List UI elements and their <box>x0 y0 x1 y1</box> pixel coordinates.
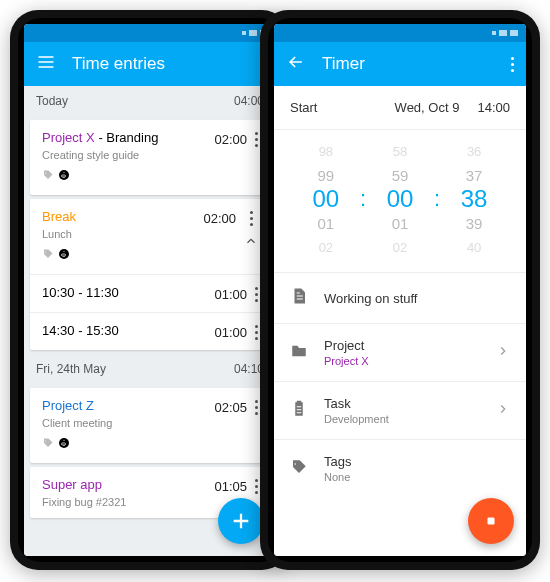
clipboard-icon <box>290 400 308 422</box>
entry-subtitle: Creating style guide <box>42 149 206 161</box>
day-header-today: Today 04:00 <box>24 86 276 116</box>
app-bar: Time entries <box>24 42 276 86</box>
overflow-menu-icon[interactable] <box>511 57 514 72</box>
entries-list: Today 04:00 Project X - Branding Creatin… <box>24 86 276 556</box>
project-label: Project X <box>42 130 95 145</box>
status-bar <box>24 24 276 42</box>
time-entry-segment[interactable]: 14:30 - 15:30 01:00 <box>30 312 270 350</box>
billable-icon <box>58 435 70 453</box>
project-label: Project Z <box>42 398 94 413</box>
svg-rect-3 <box>297 400 302 403</box>
stop-timer-fab[interactable] <box>468 498 514 544</box>
add-entry-fab[interactable] <box>218 498 264 544</box>
phone-timer: Timer Start Wed, Oct 9 14:00 98 99 00 01 <box>260 10 540 570</box>
entry-duration: 01:05 <box>214 477 247 494</box>
svg-rect-4 <box>488 518 495 525</box>
phone-time-entries: Time entries Today 04:00 Project X - Bra… <box>10 10 290 570</box>
project-label: Break <box>42 209 76 224</box>
tag-icon <box>290 458 308 480</box>
entry-menu-button[interactable] <box>255 477 258 494</box>
start-time: 14:00 <box>477 100 510 115</box>
entry-card-grouped: Break Lunch 02:00 <box>30 199 270 350</box>
entry-description: Branding <box>106 130 158 145</box>
duration-picker[interactable]: 98 99 00 01 02 : 58 59 00 01 02 : 36 3 <box>274 130 526 272</box>
app-bar: Timer <box>274 42 526 86</box>
entry-subtitle: Client meeting <box>42 417 206 429</box>
chevron-right-icon <box>496 344 510 362</box>
entry-duration: 02:05 <box>214 398 247 415</box>
screen-title: Time entries <box>72 54 264 74</box>
billable-icon <box>58 167 70 185</box>
task-field[interactable]: Task Development <box>274 381 526 439</box>
entry-subtitle: Fixing bug #2321 <box>42 496 206 508</box>
entry-subtitle: Lunch <box>42 228 195 240</box>
entry-card: Project X - Branding Creating style guid… <box>30 120 270 195</box>
entry-menu-button[interactable] <box>255 323 258 340</box>
project-field[interactable]: Project Project X <box>274 323 526 381</box>
start-time-row[interactable]: Start Wed, Oct 9 14:00 <box>274 86 526 130</box>
tags-field[interactable]: Tags None <box>274 439 526 497</box>
status-bar <box>274 24 526 42</box>
entry-card: Project Z Client meeting 02:05 <box>30 388 270 463</box>
collapse-icon[interactable] <box>244 234 258 252</box>
timer-form: Start Wed, Oct 9 14:00 98 99 00 01 02 : <box>274 86 526 556</box>
time-entry-segment[interactable]: 10:30 - 11:30 01:00 <box>30 274 270 312</box>
screen-title: Timer <box>322 54 495 74</box>
tag-icon <box>42 167 54 185</box>
time-entry[interactable]: Project X - Branding Creating style guid… <box>30 120 270 195</box>
back-icon[interactable] <box>286 52 306 76</box>
day-header-fri: Fri, 24th May 04:10 <box>24 354 276 384</box>
description-icon <box>290 287 308 309</box>
entry-duration: 02:00 <box>214 130 247 147</box>
folder-icon <box>290 342 308 364</box>
start-label: Start <box>290 100 317 115</box>
tag-icon <box>42 435 54 453</box>
entry-menu-button[interactable] <box>255 398 258 415</box>
chevron-right-icon <box>496 402 510 420</box>
entry-menu-button[interactable] <box>255 285 258 302</box>
seconds-wheel[interactable]: 36 37 38 39 40 <box>446 140 502 258</box>
menu-icon[interactable] <box>36 52 56 76</box>
time-entry[interactable]: Project Z Client meeting 02:05 <box>30 388 270 463</box>
description-field[interactable]: Working on stuff <box>274 272 526 323</box>
tag-icon <box>42 246 54 264</box>
time-entry[interactable]: Break Lunch 02:00 <box>30 199 270 274</box>
hours-wheel[interactable]: 98 99 00 01 02 <box>298 140 354 258</box>
entry-menu-button[interactable] <box>250 209 253 226</box>
entry-duration: 02:00 <box>203 209 236 226</box>
minutes-wheel[interactable]: 58 59 00 01 02 <box>372 140 428 258</box>
start-date: Wed, Oct 9 <box>395 100 460 115</box>
entry-menu-button[interactable] <box>255 130 258 147</box>
project-label: Super app <box>42 477 102 492</box>
billable-icon <box>58 246 70 264</box>
